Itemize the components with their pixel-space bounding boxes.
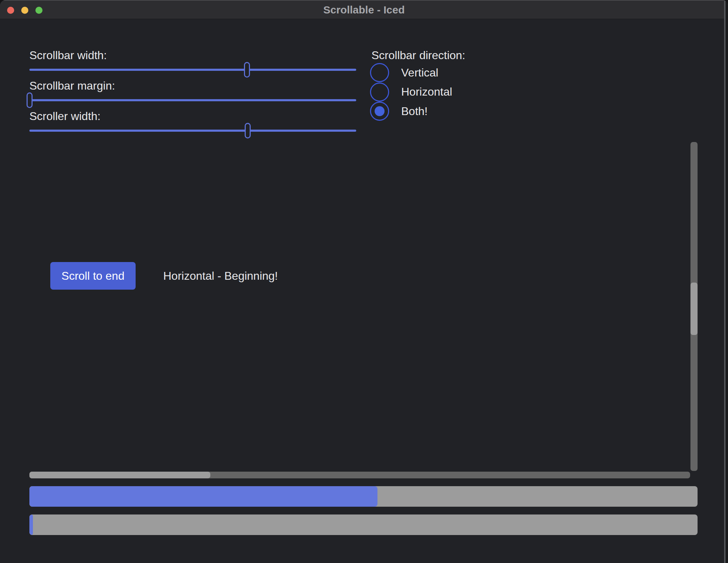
slider-handle[interactable] [245,123,251,138]
slider-row: Scrollbar width: [29,48,356,78]
radio-option-both[interactable]: Both! [370,102,519,121]
horizontal-scrollbar-track[interactable] [29,472,690,478]
vertical-scrollbar-track[interactable] [690,142,698,471]
slider-track[interactable] [29,130,356,132]
radio-options: VerticalHorizontalBoth! [370,63,519,121]
horizontal-offset-progress [29,514,698,535]
radio-option-vertical[interactable]: Vertical [370,63,519,82]
scroll-to-end-button[interactable]: Scroll to end [50,262,136,290]
vertical-scrollbar-thumb[interactable] [690,283,698,335]
slider-label: Scrollbar width: [29,48,107,62]
direction-group-label: Scrollbar direction: [371,48,465,62]
radio-icon [370,63,389,82]
titlebar: Scrollable - Iced [0,0,728,19]
slider-track[interactable] [29,69,356,71]
vertical-offset-progress [29,486,698,507]
scroll-status-text: Horizontal - Beginning! [163,268,278,284]
slider-row: Scrollbar margin: [29,79,356,109]
radio-icon [370,83,389,102]
direction-group: Scrollbar direction: VerticalHorizontalB… [370,48,519,126]
radio-label: Vertical [401,66,438,79]
radio-label: Horizontal [401,85,452,98]
vertical-offset-progress-fill [29,486,377,507]
radio-option-horizontal[interactable]: Horizontal [370,83,519,102]
window-title: Scrollable - Iced [0,1,728,20]
slider-label: Scroller width: [29,109,101,123]
horizontal-offset-progress-fill [29,514,33,535]
radio-label: Both! [401,105,428,118]
slider-row: Scroller width: [29,109,356,139]
window-edge-shadow [726,0,728,563]
slider-label: Scrollbar margin: [29,79,115,93]
horizontal-scrollbar-thumb[interactable] [29,472,210,478]
slider-track[interactable] [29,99,356,101]
slider-group: Scrollbar width:Scrollbar margin:Scrolle… [29,48,356,144]
slider-handle[interactable] [244,62,250,78]
progress-group [29,486,698,536]
slider-handle[interactable] [27,92,33,108]
radio-icon [370,102,389,121]
radio-dot [375,106,385,116]
app-window: Scrollable - Iced Scrollbar width:Scroll… [0,0,728,563]
